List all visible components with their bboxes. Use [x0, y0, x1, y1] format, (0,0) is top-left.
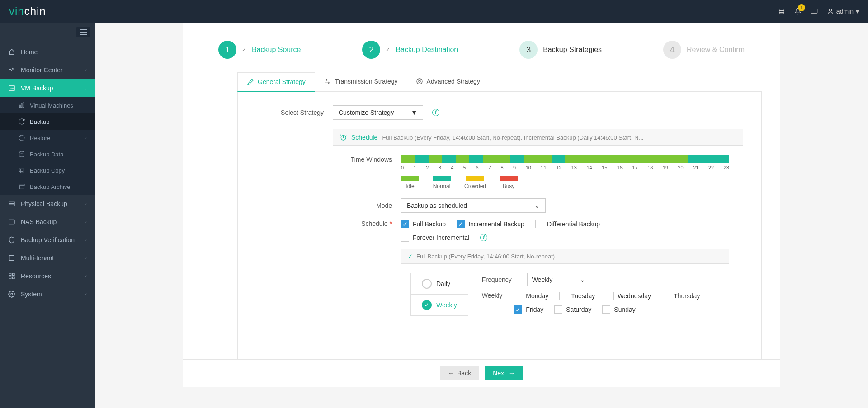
sidebar-item-physical-backup[interactable]: Physical Backup ‹: [0, 195, 95, 213]
step-review-confirm[interactable]: 4 Review & Confirm: [663, 41, 745, 59]
wizard-card: 1 ✓ Backup Source 2 ✓ Backup Destination…: [183, 23, 780, 359]
full-backup-panel-header[interactable]: ✓ Full Backup (Every Friday, 14:46:00 St…: [401, 249, 729, 264]
svg-rect-13: [23, 103, 24, 108]
checkbox-icon: ✓: [401, 220, 409, 228]
time-window-segment: [593, 155, 606, 163]
schedule-type-row: Schedule* ✓ Full Backup ✓ Incre: [347, 220, 729, 328]
time-window-segment: [647, 155, 661, 163]
topbar-right: 1 admin ▾: [778, 8, 859, 15]
checkbox-full-backup[interactable]: ✓ Full Backup: [401, 220, 446, 228]
tab-transmission-strategy[interactable]: Transmission Strategy: [315, 72, 407, 91]
info-icon[interactable]: i: [480, 234, 487, 241]
caret-down-icon: ⌄: [580, 276, 585, 283]
topbar: vinchin 1 admin ▾: [0, 0, 868, 23]
svg-rect-16: [19, 168, 23, 172]
time-window-segment: [483, 155, 497, 163]
weekly-row: Weekly Monday Tuesday Wednesday Thursday…: [482, 292, 720, 314]
check-icon: ✓: [386, 47, 390, 53]
sidebar-item-nas-backup[interactable]: NAS Backup ‹: [0, 213, 95, 231]
sidebar-item-system[interactable]: System ‹: [0, 285, 95, 303]
main-container: Home Monitor Center ‹ VM VM Backup ⌄ Vir…: [0, 23, 868, 408]
subnav-backup-archive[interactable]: Backup Archive: [0, 178, 95, 195]
time-window-segment: [565, 155, 579, 163]
mode-row: Mode Backup as scheduled ⌄: [347, 198, 729, 213]
time-window-segment: [620, 155, 633, 163]
time-window-segment: [579, 155, 592, 163]
data-icon[interactable]: [778, 8, 785, 15]
schedule-checkboxes-2: Forever Incremental i: [401, 234, 729, 242]
time-windows-row: Time Windows 012345678910111213141516171…: [347, 155, 729, 189]
sidebar-toggle[interactable]: [76, 27, 90, 37]
select-strategy-dropdown[interactable]: Customize Strategy ▼: [333, 105, 423, 120]
sidebar-item-monitor[interactable]: Monitor Center ‹: [0, 61, 95, 79]
svg-rect-7: [80, 32, 87, 33]
checkbox-incremental-backup[interactable]: ✓ Incremental Backup: [457, 220, 524, 228]
bell-icon[interactable]: 1: [794, 8, 802, 15]
legend-busy: Busy: [500, 176, 518, 189]
subnav-backup-copy[interactable]: Backup Copy: [0, 162, 95, 178]
time-windows-bar: [401, 155, 729, 163]
day-monday[interactable]: Monday: [514, 292, 548, 300]
sidebar-item-backup-verification[interactable]: Backup Verification ‹: [0, 231, 95, 249]
sidebar-item-multi-tenant[interactable]: Multi-tenant ‹: [0, 249, 95, 267]
mode-select[interactable]: Backup as scheduled ⌄: [401, 198, 546, 213]
time-windows-legend: Idle Normal Crowded: [401, 176, 729, 189]
chevron-icon: ‹: [85, 256, 87, 261]
tab-advanced-strategy[interactable]: Advanced Strategy: [407, 72, 489, 91]
svg-text:VM: VM: [10, 87, 14, 90]
sidebar-item-vm-backup[interactable]: VM VM Backup ⌄: [0, 79, 95, 97]
time-window-segment: [606, 155, 620, 163]
checkbox-forever-incremental[interactable]: Forever Incremental: [401, 234, 469, 242]
subnav-backup[interactable]: Backup: [0, 113, 95, 130]
subnav-virtual-machines[interactable]: Virtual Machines: [0, 97, 95, 113]
tab-general-strategy[interactable]: General Strategy: [237, 72, 315, 92]
screen-icon[interactable]: [811, 8, 818, 15]
checkbox-differential-backup[interactable]: Differential Backup: [535, 220, 600, 228]
svg-point-5: [829, 9, 831, 11]
day-saturday[interactable]: Saturday: [554, 305, 591, 314]
check-icon: ✓: [408, 253, 413, 260]
step-backup-destination[interactable]: 2 ✓ Backup Destination: [362, 41, 458, 59]
subnav-backup-data[interactable]: Backup Data: [0, 146, 95, 162]
time-window-segment: [469, 155, 483, 163]
time-window-segment: [633, 155, 647, 163]
caret-down-icon: ⌄: [534, 202, 540, 209]
svg-rect-24: [9, 273, 11, 276]
step-backup-strategies[interactable]: 3 Backup Strategies: [519, 41, 602, 59]
frequency-select[interactable]: Weekly ⌄: [527, 273, 590, 286]
frequency-options: Daily Weekly: [410, 273, 468, 319]
legend-idle: Idle: [401, 176, 419, 189]
form-section: Select Strategy Customize Strategy ▼ i S…: [237, 92, 762, 359]
freq-details: Frequency Weekly ⌄ Weekly: [482, 273, 720, 319]
svg-point-14: [19, 151, 24, 153]
subnav-restore[interactable]: Restore ‹: [0, 130, 95, 146]
day-sunday[interactable]: Sunday: [602, 305, 635, 314]
day-tuesday[interactable]: Tuesday: [559, 292, 595, 300]
back-button[interactable]: ← Back: [440, 366, 479, 380]
freq-option-daily[interactable]: Daily: [410, 273, 468, 295]
time-window-segment: [442, 155, 456, 163]
subnav-vm-backup: Virtual Machines Backup Restore ‹ Backup…: [0, 97, 95, 195]
svg-rect-6: [80, 29, 87, 30]
wizard-steps: 1 ✓ Backup Source 2 ✓ Backup Destination…: [201, 32, 762, 72]
day-friday[interactable]: ✓Friday: [514, 305, 543, 314]
schedule-panel-header[interactable]: Schedule Full Backup (Every Friday, 14:4…: [333, 129, 743, 146]
sidebar-item-home[interactable]: Home: [0, 43, 95, 61]
sidebar-item-resources[interactable]: Resources ‹: [0, 267, 95, 285]
radio-icon: [422, 279, 432, 289]
full-backup-panel: ✓ Full Backup (Every Friday, 14:46:00 St…: [401, 249, 729, 328]
freq-option-weekly[interactable]: Weekly: [410, 295, 468, 316]
svg-point-28: [11, 293, 13, 295]
time-window-segment: [688, 155, 702, 163]
info-icon[interactable]: i: [432, 109, 439, 116]
user-menu[interactable]: admin ▾: [827, 8, 859, 15]
svg-point-30: [417, 79, 422, 84]
legend-crowded: Crowded: [464, 176, 486, 189]
day-wednesday[interactable]: Wednesday: [606, 292, 651, 300]
sidebar: Home Monitor Center ‹ VM VM Backup ⌄ Vir…: [0, 23, 95, 408]
step-backup-source[interactable]: 1 ✓ Backup Source: [218, 41, 301, 59]
next-button[interactable]: Next →: [485, 366, 523, 380]
chevron-icon: ‹: [85, 68, 87, 73]
time-windows-ticks: 01234567891011121314151617181920212223: [401, 165, 729, 170]
day-thursday[interactable]: Thursday: [662, 292, 700, 300]
